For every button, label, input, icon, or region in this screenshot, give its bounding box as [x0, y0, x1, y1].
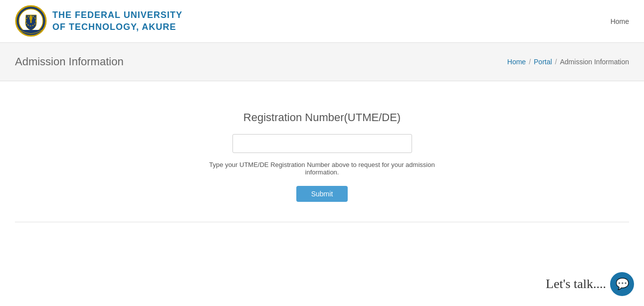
chat-widget-area: Let's talk.... 💬: [546, 272, 634, 296]
registration-form: Registration Number(UTME/DE) Type your U…: [198, 111, 447, 202]
form-title: Registration Number(UTME/DE): [243, 111, 401, 124]
main-content: Registration Number(UTME/DE) Type your U…: [0, 81, 644, 242]
lets-talk-label: Let's talk....: [546, 277, 606, 292]
site-header: THE FEDERAL UNIVERSITY OF TECHNOLOGY, AK…: [0, 0, 644, 43]
university-name: THE FEDERAL UNIVERSITY OF TECHNOLOGY, AK…: [52, 9, 183, 33]
chat-bubble-button[interactable]: 💬: [610, 272, 634, 296]
svg-rect-3: [30, 19, 32, 23]
submit-button[interactable]: Submit: [296, 186, 348, 202]
breadcrumb-separator-1: /: [529, 58, 531, 66]
section-divider: [15, 222, 629, 222]
registration-number-input[interactable]: [232, 134, 412, 153]
nav-home-link[interactable]: Home: [611, 17, 629, 25]
breadcrumb: Home / Portal / Admission Information: [507, 58, 629, 66]
logo-area: THE FEDERAL UNIVERSITY OF TECHNOLOGY, AK…: [15, 5, 183, 37]
chat-icon: 💬: [616, 278, 629, 291]
breadcrumb-current: Admission Information: [560, 58, 629, 66]
breadcrumb-separator-2: /: [555, 58, 557, 66]
university-name-line2: OF TECHNOLOGY, AKURE: [52, 21, 183, 33]
breadcrumb-portal-link[interactable]: Portal: [534, 58, 552, 66]
university-crest: [15, 5, 47, 37]
page-title: Admission Information: [15, 55, 124, 68]
helper-text: Type your UTME/DE Registration Number ab…: [198, 161, 447, 176]
breadcrumb-bar: Admission Information Home / Portal / Ad…: [0, 43, 644, 81]
breadcrumb-home-link[interactable]: Home: [507, 58, 526, 66]
university-name-line1: THE FEDERAL UNIVERSITY: [52, 9, 183, 21]
